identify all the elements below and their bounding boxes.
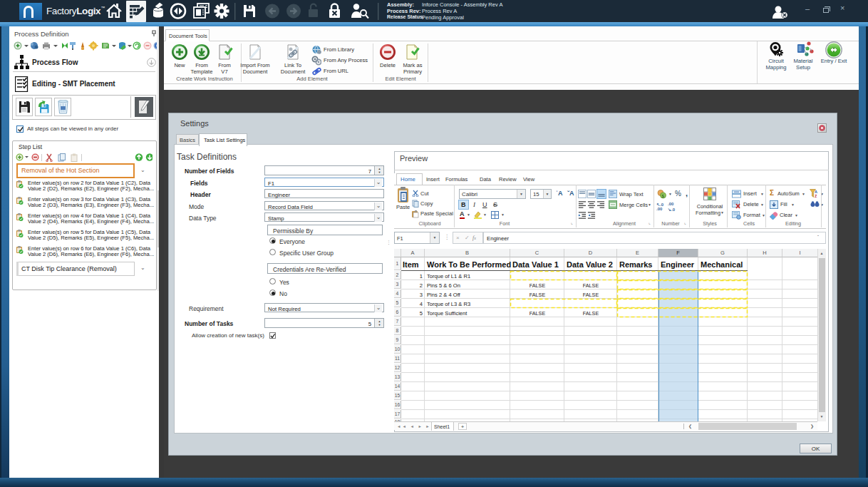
svg-text:Z: Z (815, 194, 817, 198)
